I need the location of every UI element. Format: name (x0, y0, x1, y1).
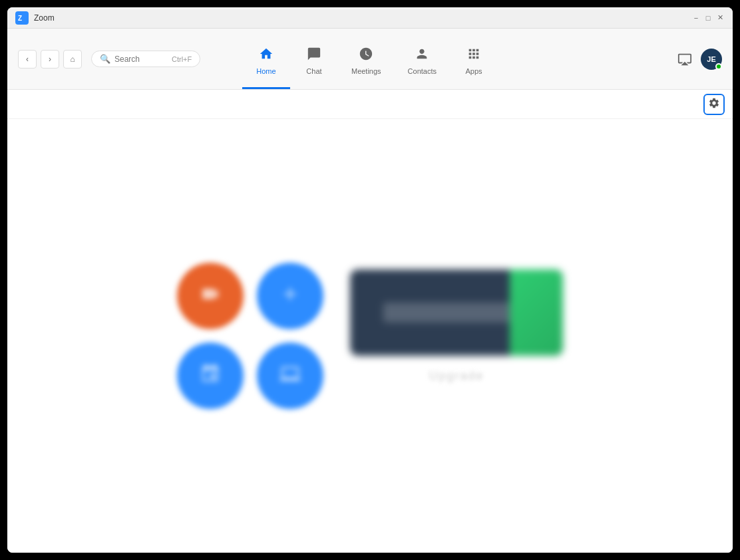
chat-tab-label: Chat (306, 67, 321, 75)
action-grid (177, 263, 323, 409)
search-icon: 🔍 (100, 54, 110, 64)
toolbar-right: JE (675, 49, 722, 70)
content-area: Upgrade (177, 263, 563, 409)
zoom-window: Z Zoom − □ ✕ ‹ › ⌂ 🔍 Ctrl+F (7, 7, 733, 553)
app-title: Zoom (34, 13, 55, 23)
schedule-button[interactable] (177, 343, 244, 409)
minimize-button[interactable]: − (691, 13, 701, 23)
join-icon (279, 283, 301, 309)
maximize-button[interactable]: □ (703, 13, 713, 23)
meetings-tab-label: Meetings (351, 67, 381, 75)
schedule-icon (200, 363, 221, 388)
tab-chat[interactable]: Chat (290, 34, 338, 89)
apps-tab-icon (466, 47, 481, 65)
contacts-tab-label: Contacts (408, 67, 437, 75)
tab-apps[interactable]: Apps (450, 34, 498, 89)
airplay-button[interactable] (675, 50, 694, 69)
back-button[interactable]: ‹ (18, 50, 37, 69)
new-meeting-button[interactable] (177, 263, 244, 329)
user-avatar[interactable]: JE (701, 49, 722, 70)
title-bar: Z Zoom − □ ✕ (7, 7, 733, 29)
zoom-logo-icon: Z (15, 11, 29, 25)
home-tab-icon (259, 47, 274, 65)
banner-accent (510, 269, 563, 356)
meetings-tab-icon (359, 47, 373, 65)
window-controls: − □ ✕ (691, 13, 725, 23)
close-button[interactable]: ✕ (715, 13, 725, 23)
svg-text:Z: Z (18, 15, 22, 22)
banner-card[interactable] (350, 269, 563, 356)
apps-tab-label: Apps (465, 67, 482, 75)
contacts-tab-icon (415, 47, 429, 65)
toolbar: ‹ › ⌂ 🔍 Ctrl+F Home (7, 29, 733, 90)
online-status-badge (715, 63, 722, 70)
avatar-initials: JE (707, 55, 715, 63)
tab-home[interactable]: Home (242, 34, 290, 89)
forward-button[interactable]: › (41, 50, 59, 69)
settings-button[interactable] (703, 94, 725, 115)
search-shortcut: Ctrl+F (172, 55, 192, 63)
share-screen-icon (279, 363, 301, 388)
title-bar-left: Z Zoom (15, 11, 55, 25)
search-input[interactable] (114, 55, 168, 64)
banner-content (383, 303, 530, 323)
search-bar[interactable]: 🔍 Ctrl+F (91, 51, 200, 67)
tab-meetings[interactable]: Meetings (338, 34, 395, 89)
upgrade-text: Upgrade (429, 369, 484, 383)
home-button[interactable]: ⌂ (63, 50, 82, 69)
right-panel: Upgrade (350, 269, 563, 383)
nav-tabs: Home Chat Meetings (242, 29, 498, 89)
toolbar-left: ‹ › ⌂ 🔍 Ctrl+F (18, 50, 200, 69)
new-meeting-icon (200, 283, 221, 309)
main-content: Upgrade (7, 119, 733, 553)
settings-area (7, 90, 733, 119)
gear-icon (708, 97, 720, 112)
home-tab-label: Home (256, 67, 276, 75)
join-button[interactable] (257, 263, 323, 329)
chat-tab-icon (307, 47, 321, 65)
home-icon: ⌂ (70, 55, 75, 64)
tab-contacts[interactable]: Contacts (395, 34, 450, 89)
share-screen-button[interactable] (257, 343, 323, 409)
